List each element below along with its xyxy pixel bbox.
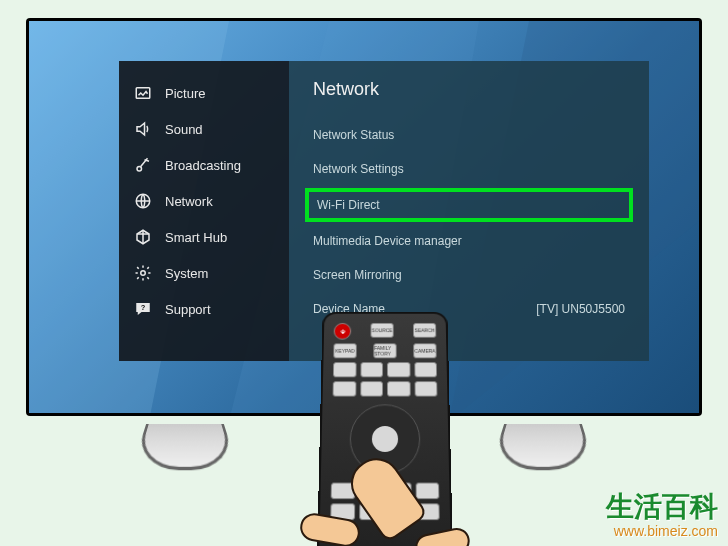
sidebar-item-support[interactable]: ? Support <box>119 291 289 327</box>
remote-button[interactable] <box>414 362 437 377</box>
menu-item-label: Network Status <box>313 128 394 142</box>
menu-item-multimedia-device-manager[interactable]: Multimedia Device manager <box>313 230 625 252</box>
remote-button[interactable] <box>333 381 356 396</box>
remote-camera-button[interactable]: CAMERA <box>413 343 437 358</box>
sidebar-item-label: Support <box>165 302 211 317</box>
menu-item-value: [TV] UN50J5500 <box>536 302 625 316</box>
svg-point-4 <box>137 167 142 172</box>
sound-icon <box>133 119 153 139</box>
sidebar-item-smarthub[interactable]: Smart Hub <box>119 219 289 255</box>
menu-item-label: Network Settings <box>313 162 404 176</box>
menu-item-network-settings[interactable]: Network Settings <box>313 158 625 180</box>
remote-source-button[interactable]: SOURCE <box>370 323 393 338</box>
settings-sidebar: Picture Sound Broadcasting <box>119 61 289 361</box>
support-icon: ? <box>133 299 153 319</box>
menu-list: Network Status Network Settings Wi-Fi Di… <box>313 124 625 320</box>
picture-icon <box>133 83 153 103</box>
menu-item-label: Screen Mirroring <box>313 268 402 282</box>
menu-item-network-status[interactable]: Network Status <box>313 124 625 146</box>
network-icon <box>133 191 153 211</box>
menu-item-wifi-direct[interactable]: Wi-Fi Direct <box>305 188 633 222</box>
sidebar-item-label: Smart Hub <box>165 230 227 245</box>
remote-button[interactable] <box>414 381 437 396</box>
remote-power-button[interactable]: ⏻ <box>334 323 352 340</box>
sidebar-item-network[interactable]: Network <box>119 183 289 219</box>
remote-keypad-button[interactable]: KEYPAD <box>333 343 357 358</box>
menu-item-label: Multimedia Device manager <box>313 234 462 248</box>
broadcasting-icon <box>133 155 153 175</box>
menu-item-label: Wi-Fi Direct <box>317 198 380 212</box>
menu-item-screen-mirroring[interactable]: Screen Mirroring <box>313 264 625 286</box>
sidebar-item-label: Picture <box>165 86 205 101</box>
remote-button[interactable] <box>333 362 356 377</box>
hand-illustration <box>260 426 500 546</box>
remote-button[interactable] <box>387 362 410 377</box>
sidebar-item-picture[interactable]: Picture <box>119 75 289 111</box>
smarthub-icon <box>133 227 153 247</box>
watermark-url: www.bimeiz.com <box>606 523 718 540</box>
sidebar-item-label: System <box>165 266 208 281</box>
remote-family-story-button[interactable]: FAMILY STORY <box>373 343 396 358</box>
sidebar-item-broadcasting[interactable]: Broadcasting <box>119 147 289 183</box>
remote-button[interactable] <box>360 381 383 396</box>
svg-text:?: ? <box>141 303 146 312</box>
watermark-text: 生活百科 <box>606 490 718 524</box>
remote-button[interactable] <box>387 381 410 396</box>
remote-button[interactable] <box>360 362 383 377</box>
sidebar-item-label: Sound <box>165 122 203 137</box>
panel-title: Network <box>313 79 625 100</box>
system-icon <box>133 263 153 283</box>
watermark: 生活百科 www.bimeiz.com <box>606 490 718 540</box>
sidebar-item-label: Network <box>165 194 213 209</box>
sidebar-item-sound[interactable]: Sound <box>119 111 289 147</box>
svg-point-6 <box>141 271 146 276</box>
sidebar-item-label: Broadcasting <box>165 158 241 173</box>
sidebar-item-system[interactable]: System <box>119 255 289 291</box>
remote-search-button[interactable]: SEARCH <box>413 323 436 338</box>
